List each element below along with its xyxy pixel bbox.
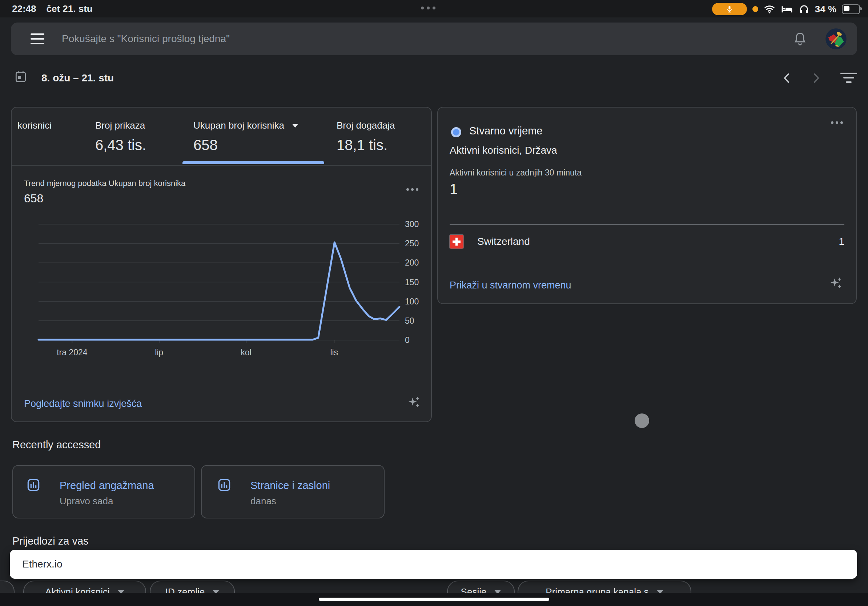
microphone-in-use-icon[interactable] bbox=[712, 3, 747, 15]
account-avatar[interactable] bbox=[825, 28, 847, 50]
search-bar[interactable]: Pokušajte s "Korisnici prošlog tjedna" bbox=[11, 23, 857, 55]
tab-broj-prikaza[interactable]: Broj prikaza 6,43 tis. bbox=[95, 108, 146, 165]
menu-icon[interactable] bbox=[31, 33, 44, 44]
status-bar: 22:48 čet 21. stu bbox=[0, 0, 868, 17]
report-bar-chart-icon bbox=[26, 478, 41, 492]
calendar-icon bbox=[14, 70, 28, 83]
trend-chart-value: 658 bbox=[24, 192, 43, 205]
wifi-icon bbox=[764, 3, 775, 15]
metric-dropdown-caret-icon bbox=[293, 124, 298, 128]
autofill-suggestion[interactable]: Etherx.io bbox=[22, 558, 62, 570]
svg-text:100: 100 bbox=[405, 297, 419, 306]
autofill-suggestion-bar[interactable]: Etherx.io bbox=[10, 550, 857, 579]
svg-text:0: 0 bbox=[405, 335, 410, 345]
metrics-trend-card: korisnici Broj prikaza 6,43 tis. Ukupan … bbox=[11, 107, 432, 422]
selected-tab-underline bbox=[183, 161, 324, 164]
svg-text:150: 150 bbox=[405, 278, 419, 287]
country-name: Switzerland bbox=[477, 236, 839, 247]
realtime-status-dot-icon bbox=[451, 127, 461, 137]
realtime-title: Stvarno vrijeme bbox=[469, 125, 542, 137]
headphones-icon bbox=[798, 4, 809, 14]
realtime-country-row[interactable]: Switzerland 1 bbox=[450, 235, 845, 249]
svg-text:200: 200 bbox=[405, 258, 419, 267]
status-date: čet 21. stu bbox=[46, 3, 93, 14]
suggestions-title: Prijedlozi za vas bbox=[12, 535, 89, 547]
tab-ukupan-broj-korisnika[interactable]: Ukupan broj korisnika 658 bbox=[194, 108, 298, 165]
svg-text:250: 250 bbox=[405, 239, 419, 248]
tab-broj-dogadjaja[interactable]: Broj događaja 18,1 tis. bbox=[336, 108, 395, 165]
search-input[interactable]: Pokušajte s "Korisnici prošlog tjedna" bbox=[62, 33, 792, 45]
tabs-divider bbox=[12, 165, 431, 166]
notifications-bell-icon[interactable] bbox=[792, 31, 808, 46]
svg-text:tra 2024: tra 2024 bbox=[57, 348, 88, 357]
realtime-dimension: Aktivni korisnici, Država bbox=[450, 145, 557, 156]
battery-percent: 34 % bbox=[815, 4, 836, 15]
trend-line-chart: 050100150200250300tra 2024lipkollis bbox=[12, 215, 431, 364]
realtime-divider bbox=[450, 224, 845, 225]
card-overflow-menu-icon[interactable] bbox=[406, 188, 418, 191]
view-report-snapshot-link[interactable]: Pogledajte snimku izvješća bbox=[24, 398, 142, 410]
report-bar-chart-icon bbox=[217, 478, 231, 492]
tab-korisnici[interactable]: korisnici bbox=[17, 108, 52, 165]
analytics-dashboard: 22:48 čet 21. stu bbox=[0, 0, 868, 606]
battery-icon bbox=[842, 5, 860, 14]
realtime-metric-label: Aktivni korisnici u zadnjih 30 minuta bbox=[450, 168, 581, 178]
svg-text:lip: lip bbox=[155, 348, 163, 357]
realtime-card: Stvarno vrijeme Aktivni korisnici, Držav… bbox=[437, 107, 857, 304]
realtime-metric-value: 1 bbox=[450, 181, 457, 197]
svg-text:lis: lis bbox=[330, 348, 338, 357]
view-realtime-link[interactable]: Prikaži u stvarnom vremenu bbox=[450, 280, 571, 291]
switzerland-flag-icon bbox=[450, 235, 463, 249]
recent-item-pregled-angazmana[interactable]: Pregled angažmana Upravo sada bbox=[12, 465, 195, 518]
next-period-chevron-icon[interactable] bbox=[809, 71, 823, 85]
previous-period-chevron-icon[interactable] bbox=[780, 71, 794, 85]
status-time: 22:48 bbox=[12, 3, 36, 14]
assistive-touch-dot[interactable] bbox=[635, 413, 649, 428]
svg-text:300: 300 bbox=[405, 220, 419, 229]
realtime-overflow-menu-icon[interactable] bbox=[831, 121, 843, 124]
mic-icon bbox=[725, 5, 733, 13]
recently-accessed-title: Recently accessed bbox=[12, 439, 101, 451]
country-value: 1 bbox=[839, 236, 845, 247]
realtime-sparkle-icon[interactable] bbox=[828, 275, 844, 291]
recent-item-stranice-i-zasloni[interactable]: Stranice i zasloni danas bbox=[201, 465, 384, 518]
svg-text:50: 50 bbox=[405, 316, 414, 326]
svg-text:kol: kol bbox=[240, 348, 251, 357]
multitasking-indicator-icon[interactable] bbox=[421, 6, 436, 9]
date-range-picker[interactable]: 8. ožu – 21. stu bbox=[42, 72, 114, 84]
home-indicator[interactable] bbox=[319, 598, 549, 601]
sleep-focus-bed-icon bbox=[781, 4, 793, 14]
insights-sparkle-icon[interactable] bbox=[406, 394, 422, 411]
mic-active-dot-icon bbox=[752, 6, 758, 12]
trend-chart-title: Trend mjernog podatka Ukupan broj korisn… bbox=[24, 179, 185, 188]
filter-icon[interactable] bbox=[840, 73, 857, 83]
